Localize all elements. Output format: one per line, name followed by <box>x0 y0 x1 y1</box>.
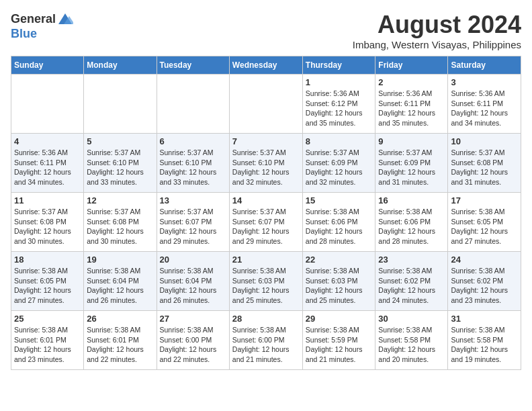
day-info: Sunrise: 5:37 AM Sunset: 6:08 PM Dayligh… <box>87 207 153 246</box>
header-wednesday: Wednesday <box>229 56 302 75</box>
day-info: Sunrise: 5:37 AM Sunset: 6:10 PM Dayligh… <box>87 148 153 187</box>
day-number: 25 <box>14 314 81 324</box>
header-friday: Friday <box>375 56 448 75</box>
calendar-cell: 30Sunrise: 5:38 AM Sunset: 5:58 PM Dayli… <box>375 311 448 370</box>
day-info: Sunrise: 5:38 AM Sunset: 6:02 PM Dayligh… <box>378 266 445 306</box>
day-info: Sunrise: 5:38 AM Sunset: 6:03 PM Dayligh… <box>232 266 300 306</box>
calendar-cell <box>84 75 157 134</box>
week-row-4: 25Sunrise: 5:38 AM Sunset: 6:01 PM Dayli… <box>11 311 521 370</box>
day-info: Sunrise: 5:38 AM Sunset: 6:04 PM Dayligh… <box>160 266 226 306</box>
calendar-cell: 12Sunrise: 5:37 AM Sunset: 6:08 PM Dayli… <box>84 193 157 252</box>
day-number: 29 <box>306 314 373 324</box>
calendar-cell: 5Sunrise: 5:37 AM Sunset: 6:10 PM Daylig… <box>84 134 157 193</box>
day-number: 20 <box>160 255 226 265</box>
day-info: Sunrise: 5:37 AM Sunset: 6:10 PM Dayligh… <box>232 148 300 187</box>
day-info: Sunrise: 5:38 AM Sunset: 6:00 PM Dayligh… <box>160 325 226 365</box>
day-info: Sunrise: 5:37 AM Sunset: 6:10 PM Dayligh… <box>160 148 226 187</box>
month-title: August 2024 <box>353 11 521 39</box>
week-row-0: 1Sunrise: 5:36 AM Sunset: 6:12 PM Daylig… <box>11 75 521 134</box>
calendar-cell: 11Sunrise: 5:37 AM Sunset: 6:08 PM Dayli… <box>11 193 84 252</box>
calendar-cell: 10Sunrise: 5:37 AM Sunset: 6:08 PM Dayli… <box>448 134 521 193</box>
header: General Blue August 2024 Imbang, Western… <box>11 11 521 50</box>
day-info: Sunrise: 5:37 AM Sunset: 6:09 PM Dayligh… <box>378 148 445 187</box>
day-number: 22 <box>306 255 373 265</box>
day-number: 30 <box>378 314 445 324</box>
calendar-table: SundayMondayTuesdayWednesdayThursdayFrid… <box>11 56 521 370</box>
day-info: Sunrise: 5:36 AM Sunset: 6:11 PM Dayligh… <box>378 89 445 128</box>
day-info: Sunrise: 5:36 AM Sunset: 6:11 PM Dayligh… <box>451 89 518 128</box>
day-info: Sunrise: 5:38 AM Sunset: 6:00 PM Dayligh… <box>232 325 300 365</box>
day-number: 6 <box>160 136 226 146</box>
calendar-cell: 14Sunrise: 5:37 AM Sunset: 6:07 PM Dayli… <box>229 193 302 252</box>
header-thursday: Thursday <box>302 56 375 75</box>
calendar-cell <box>157 75 229 134</box>
logo: General Blue <box>11 11 73 41</box>
calendar-cell: 16Sunrise: 5:38 AM Sunset: 6:06 PM Dayli… <box>375 193 448 252</box>
day-info: Sunrise: 5:37 AM Sunset: 6:07 PM Dayligh… <box>160 207 226 246</box>
day-number: 3 <box>451 77 518 87</box>
calendar-cell: 31Sunrise: 5:38 AM Sunset: 5:58 PM Dayli… <box>448 311 521 370</box>
day-info: Sunrise: 5:38 AM Sunset: 5:58 PM Dayligh… <box>378 325 445 365</box>
day-info: Sunrise: 5:38 AM Sunset: 6:04 PM Dayligh… <box>87 266 153 306</box>
calendar-cell: 9Sunrise: 5:37 AM Sunset: 6:09 PM Daylig… <box>375 134 448 193</box>
location: Imbang, Western Visayas, Philippines <box>353 39 521 50</box>
week-row-2: 11Sunrise: 5:37 AM Sunset: 6:08 PM Dayli… <box>11 193 521 252</box>
calendar-cell: 4Sunrise: 5:36 AM Sunset: 6:11 PM Daylig… <box>11 134 84 193</box>
day-info: Sunrise: 5:38 AM Sunset: 6:01 PM Dayligh… <box>87 325 153 365</box>
day-number: 24 <box>451 255 518 265</box>
day-number: 15 <box>306 195 373 205</box>
day-info: Sunrise: 5:38 AM Sunset: 6:05 PM Dayligh… <box>451 207 518 246</box>
calendar-cell <box>11 75 84 134</box>
calendar-cell: 27Sunrise: 5:38 AM Sunset: 6:00 PM Dayli… <box>157 311 229 370</box>
day-info: Sunrise: 5:36 AM Sunset: 6:12 PM Dayligh… <box>306 89 373 128</box>
day-number: 28 <box>232 314 300 324</box>
logo-general-text: General <box>11 12 56 26</box>
calendar-cell: 3Sunrise: 5:36 AM Sunset: 6:11 PM Daylig… <box>448 75 521 134</box>
day-info: Sunrise: 5:38 AM Sunset: 6:06 PM Dayligh… <box>378 207 445 246</box>
logo-blue-text: Blue <box>11 27 37 41</box>
day-info: Sunrise: 5:37 AM Sunset: 6:07 PM Dayligh… <box>232 207 300 246</box>
day-info: Sunrise: 5:38 AM Sunset: 6:02 PM Dayligh… <box>451 266 518 306</box>
day-info: Sunrise: 5:38 AM Sunset: 5:58 PM Dayligh… <box>451 325 518 365</box>
header-monday: Monday <box>84 56 157 75</box>
calendar-cell: 20Sunrise: 5:38 AM Sunset: 6:04 PM Dayli… <box>157 252 229 311</box>
day-number: 7 <box>232 136 300 146</box>
calendar-cell: 13Sunrise: 5:37 AM Sunset: 6:07 PM Dayli… <box>157 193 229 252</box>
day-info: Sunrise: 5:38 AM Sunset: 6:03 PM Dayligh… <box>306 266 373 306</box>
calendar-body: 1Sunrise: 5:36 AM Sunset: 6:12 PM Daylig… <box>11 75 521 370</box>
day-info: Sunrise: 5:37 AM Sunset: 6:08 PM Dayligh… <box>14 207 81 246</box>
day-number: 1 <box>306 77 373 87</box>
day-number: 10 <box>451 136 518 146</box>
day-number: 23 <box>378 255 445 265</box>
day-info: Sunrise: 5:36 AM Sunset: 6:11 PM Dayligh… <box>14 148 81 187</box>
logo-icon <box>57 11 73 27</box>
day-number: 4 <box>14 136 81 146</box>
day-number: 31 <box>451 314 518 324</box>
calendar-cell: 15Sunrise: 5:38 AM Sunset: 6:06 PM Dayli… <box>302 193 375 252</box>
title-area: August 2024 Imbang, Western Visayas, Phi… <box>353 11 521 50</box>
day-number: 14 <box>232 195 300 205</box>
header-saturday: Saturday <box>448 56 521 75</box>
day-number: 17 <box>451 195 518 205</box>
calendar-cell <box>229 75 302 134</box>
calendar-cell: 1Sunrise: 5:36 AM Sunset: 6:12 PM Daylig… <box>302 75 375 134</box>
week-row-3: 18Sunrise: 5:38 AM Sunset: 6:05 PM Dayli… <box>11 252 521 311</box>
calendar-cell: 28Sunrise: 5:38 AM Sunset: 6:00 PM Dayli… <box>229 311 302 370</box>
calendar-cell: 6Sunrise: 5:37 AM Sunset: 6:10 PM Daylig… <box>157 134 229 193</box>
day-info: Sunrise: 5:38 AM Sunset: 6:01 PM Dayligh… <box>14 325 81 365</box>
day-number: 13 <box>160 195 226 205</box>
day-number: 11 <box>14 195 81 205</box>
header-sunday: Sunday <box>11 56 84 75</box>
day-info: Sunrise: 5:38 AM Sunset: 6:05 PM Dayligh… <box>14 266 81 306</box>
calendar-cell: 24Sunrise: 5:38 AM Sunset: 6:02 PM Dayli… <box>448 252 521 311</box>
calendar-cell: 26Sunrise: 5:38 AM Sunset: 6:01 PM Dayli… <box>84 311 157 370</box>
day-info: Sunrise: 5:38 AM Sunset: 5:59 PM Dayligh… <box>306 325 373 365</box>
day-number: 9 <box>378 136 445 146</box>
day-number: 5 <box>87 136 153 146</box>
day-number: 16 <box>378 195 445 205</box>
day-number: 21 <box>232 255 300 265</box>
day-number: 8 <box>306 136 373 146</box>
week-row-1: 4Sunrise: 5:36 AM Sunset: 6:11 PM Daylig… <box>11 134 521 193</box>
calendar-cell: 19Sunrise: 5:38 AM Sunset: 6:04 PM Dayli… <box>84 252 157 311</box>
calendar-cell: 29Sunrise: 5:38 AM Sunset: 5:59 PM Dayli… <box>302 311 375 370</box>
